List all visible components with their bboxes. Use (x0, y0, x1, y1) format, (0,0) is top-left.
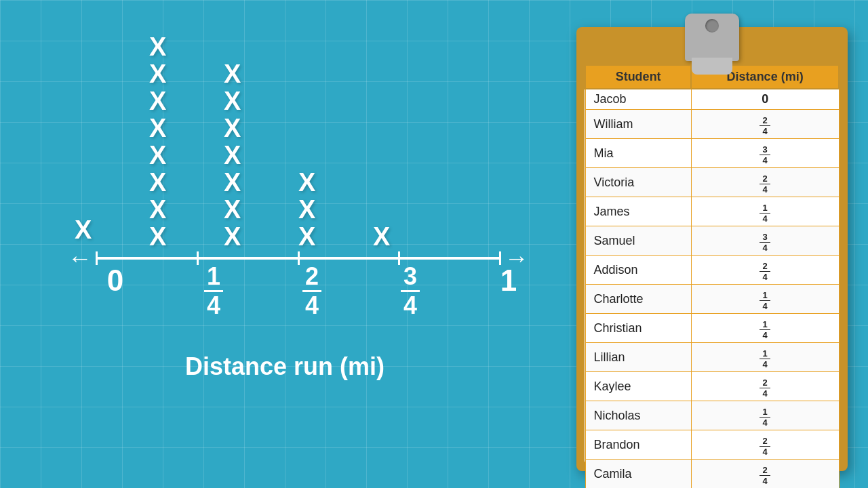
table-row: Camila24 (585, 460, 839, 489)
table-row: Kaylee24 (585, 372, 839, 401)
distance-value: 24 (691, 460, 839, 489)
table-row: Samuel34 (585, 226, 839, 256)
col-header-student: Student (585, 65, 691, 89)
label-1-4: 1 4 (193, 264, 234, 318)
label-1: 1 (488, 264, 529, 318)
distance-value: 34 (691, 139, 839, 168)
x-mark: X (149, 115, 166, 141)
table-row: William24 (585, 110, 839, 139)
table-row: Lillian14 (585, 343, 839, 372)
student-name: Samuel (585, 226, 691, 256)
student-name: Brandon (585, 430, 691, 460)
x-mark: X (149, 169, 166, 195)
number-line-track (96, 257, 501, 260)
label-0: 0 (95, 264, 136, 318)
student-name: Lillian (585, 343, 691, 372)
student-name: Nicholas (585, 401, 691, 430)
table-row: Jacob0 (585, 89, 839, 110)
student-name: Christian (585, 314, 691, 343)
distance-value: 14 (691, 401, 839, 430)
tick-1 (197, 251, 199, 265)
tick-3 (398, 251, 400, 265)
x-mark: X (224, 197, 241, 222)
student-name: William (585, 110, 691, 139)
student-name: Charlotte (585, 285, 691, 314)
x-mark: X (224, 61, 241, 87)
table-row: Victoria24 (585, 168, 839, 197)
table-row: Addison24 (585, 256, 839, 285)
clipboard: Student Distance (mi) Jacob0William24Mia… (570, 7, 854, 478)
tick-4 (499, 251, 501, 265)
x-mark: X (298, 169, 315, 195)
table-row: Brandon24 (585, 430, 839, 460)
student-name: Victoria (585, 168, 691, 197)
distance-value: 24 (691, 372, 839, 401)
distance-value: 14 (691, 314, 839, 343)
x-marks-container: X X X X X X X X X X X X X X X X X X X X (68, 34, 529, 251)
student-name: Camila (585, 460, 691, 489)
table-row: Mia34 (585, 139, 839, 168)
distance-value: 24 (691, 168, 839, 197)
x-mark: X (75, 217, 92, 243)
label-3-4: 3 4 (390, 264, 431, 318)
label-2-4: 2 4 (292, 264, 332, 318)
distance-value: 24 (691, 430, 839, 460)
x-mark: X (149, 142, 166, 168)
distance-value: 14 (691, 343, 839, 372)
x-mark: X (149, 61, 166, 87)
x-mark: X (224, 88, 241, 114)
x-mark: X (224, 169, 241, 195)
tick-0 (96, 251, 98, 265)
x-mark: X (224, 142, 241, 168)
table-row: Nicholas14 (585, 401, 839, 430)
clipboard-board: Student Distance (mi) Jacob0William24Mia… (576, 27, 848, 471)
student-name: Addison (585, 256, 691, 285)
x-mark: X (298, 197, 315, 222)
table-row: James14 (585, 197, 839, 226)
student-name: James (585, 197, 691, 226)
student-name: Mia (585, 139, 691, 168)
distance-value: 24 (691, 110, 839, 139)
clipboard-clip (685, 14, 739, 61)
x-mark: X (224, 115, 241, 141)
table-row: Christian14 (585, 314, 839, 343)
distance-value: 14 (691, 197, 839, 226)
number-line-labels: 0 1 4 2 4 3 4 (68, 264, 529, 318)
tick-marks (96, 251, 501, 265)
distance-value: 14 (691, 285, 839, 314)
distance-value: 34 (691, 226, 839, 256)
labels-track: 0 1 4 2 4 3 4 (95, 264, 529, 318)
tick-2 (298, 251, 300, 265)
x-mark: X (149, 34, 166, 60)
clipboard-paper: Student Distance (mi) Jacob0William24Mia… (585, 64, 840, 463)
axis-label: Distance run (mi) (27, 352, 542, 381)
data-table: Student Distance (mi) Jacob0William24Mia… (585, 64, 840, 488)
distance-value: 0 (691, 89, 839, 110)
table-row: Charlotte14 (585, 285, 839, 314)
distance-value: 24 (691, 256, 839, 285)
x-mark: X (149, 88, 166, 114)
x-mark: X (149, 197, 166, 222)
student-name: Jacob (585, 89, 691, 110)
student-name: Kaylee (585, 372, 691, 401)
clipboard-clip-bottom (692, 58, 732, 75)
number-line-area: X X X X X X X X X X X X X X X X X X X X … (27, 20, 542, 400)
